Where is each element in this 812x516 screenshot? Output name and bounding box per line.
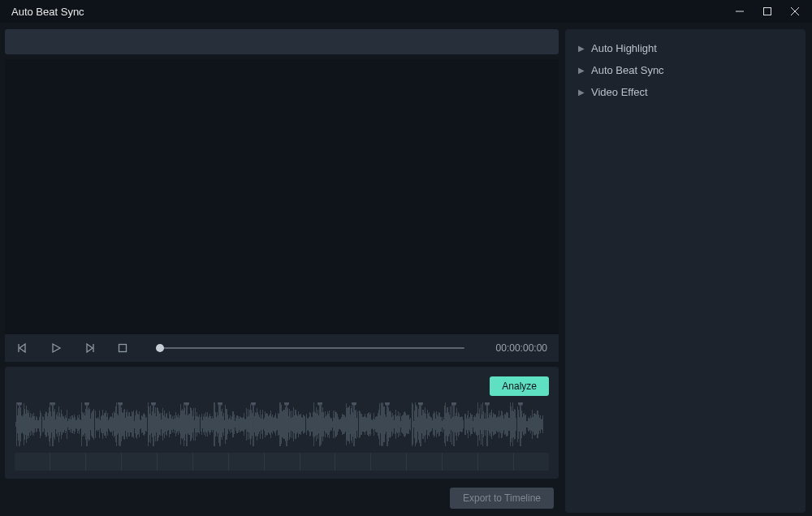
next-frame-button[interactable] — [83, 342, 96, 355]
maximize-button[interactable] — [754, 0, 781, 23]
waveform-container[interactable] — [15, 402, 549, 446]
sidebar-item-label: Auto Beat Sync — [591, 64, 664, 76]
timeline-ruler[interactable] — [15, 453, 549, 471]
preview-area: 00:00:00:00 — [5, 59, 559, 362]
footer: Export to Timeline — [5, 484, 559, 513]
sidebar-item-video-effect[interactable]: ▶ Video Effect — [578, 81, 793, 103]
window-title: Auto Beat Sync — [11, 6, 84, 18]
body: 00:00:00:00 Analyze Export to Timeline ▶ — [0, 23, 812, 516]
scrub-slider[interactable] — [156, 347, 464, 349]
sidebar-item-auto-beat-sync[interactable]: ▶ Auto Beat Sync — [578, 59, 793, 81]
prev-frame-button[interactable] — [16, 342, 29, 355]
svg-rect-1 — [764, 8, 771, 15]
sidebar: ▶ Auto Highlight ▶ Auto Beat Sync ▶ Vide… — [565, 29, 806, 513]
timecode: 00:00:00:00 — [496, 342, 547, 354]
play-button[interactable] — [50, 342, 63, 355]
svg-marker-6 — [53, 344, 60, 352]
preview-canvas — [5, 59, 559, 334]
chevron-right-icon: ▶ — [578, 66, 585, 75]
export-button[interactable]: Export to Timeline — [450, 488, 554, 509]
svg-marker-4 — [19, 344, 25, 352]
scrub-thumb[interactable] — [156, 344, 164, 352]
transport-bar: 00:00:00:00 — [5, 334, 559, 362]
analyze-button[interactable]: Analyze — [490, 376, 549, 396]
stop-button[interactable] — [116, 342, 129, 355]
main-column: 00:00:00:00 Analyze Export to Timeline — [5, 29, 559, 513]
sidebar-item-label: Auto Highlight — [591, 42, 657, 54]
chevron-right-icon: ▶ — [578, 44, 585, 53]
audio-panel: Analyze — [5, 367, 559, 479]
preview-header-bar — [5, 29, 559, 54]
svg-rect-9 — [119, 345, 127, 352]
svg-marker-7 — [87, 344, 93, 352]
app-window: Auto Beat Sync — [0, 0, 812, 516]
sidebar-item-label: Video Effect — [591, 86, 648, 98]
chevron-right-icon: ▶ — [578, 88, 585, 97]
audio-panel-top: Analyze — [15, 376, 549, 396]
titlebar: Auto Beat Sync — [0, 0, 812, 23]
sidebar-item-auto-highlight[interactable]: ▶ Auto Highlight — [578, 37, 793, 59]
waveform — [15, 402, 549, 446]
scrub-track — [156, 347, 464, 349]
minimize-button[interactable] — [726, 0, 754, 23]
close-button[interactable] — [781, 0, 809, 23]
window-controls — [726, 0, 809, 23]
